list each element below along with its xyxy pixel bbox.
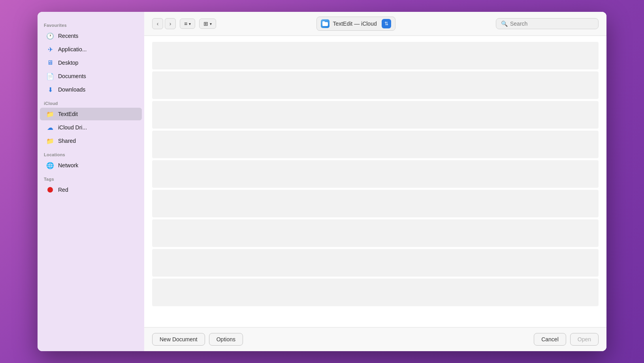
sidebar-network-label: Network: [58, 162, 78, 168]
desktop-icon: 🖥: [46, 59, 54, 67]
open-button[interactable]: Open: [570, 333, 599, 346]
grid-view-button[interactable]: ⊞ ▾: [199, 19, 216, 29]
applications-icon: ✈: [46, 45, 54, 53]
tag-red-icon: [46, 186, 54, 194]
sidebar-item-textedit[interactable]: 📁 TextEdit: [40, 108, 142, 120]
sidebar-item-tag-red[interactable]: Red: [40, 183, 142, 196]
downloads-icon: ⬇: [46, 86, 54, 94]
sidebar-downloads-label: Downloads: [58, 86, 85, 93]
file-row[interactable]: [152, 101, 599, 129]
sidebar-red-tag-label: Red: [58, 187, 68, 193]
location-bar: TextEdit — iCloud ⇅: [220, 17, 492, 31]
textedit-folder-icon: 📁: [46, 110, 54, 118]
location-text: TextEdit — iCloud: [333, 21, 377, 27]
list-view-button[interactable]: ≡ ▾: [180, 19, 195, 29]
sidebar-icloud-drive-label: iCloud Dri...: [58, 124, 87, 131]
open-dialog: Favourites 🕐 Recents ✈ Applicatio... 🖥 D…: [38, 12, 606, 351]
dialog-content: Favourites 🕐 Recents ✈ Applicatio... 🖥 D…: [38, 12, 606, 351]
sidebar-item-downloads[interactable]: ⬇ Downloads: [40, 83, 142, 96]
file-row[interactable]: [152, 160, 599, 188]
grid-view-icon: ⊞: [203, 21, 208, 27]
sidebar-item-network[interactable]: 🌐 Network: [40, 159, 142, 172]
sidebar-item-documents[interactable]: 📄 Documents: [40, 70, 142, 82]
file-row[interactable]: [152, 190, 599, 217]
icloud-drive-icon: ☁: [46, 123, 54, 131]
search-bar[interactable]: 🔍: [496, 18, 599, 29]
forward-button[interactable]: ›: [165, 18, 176, 29]
back-icon: ‹: [157, 21, 159, 27]
file-row[interactable]: [152, 219, 599, 247]
sidebar-shared-label: Shared: [58, 138, 76, 144]
location-chevron-button[interactable]: ⇅: [382, 19, 391, 28]
location-pill[interactable]: TextEdit — iCloud ⇅: [316, 17, 395, 31]
file-list: [144, 36, 606, 327]
sidebar-desktop-label: Desktop: [58, 60, 78, 66]
documents-icon: 📄: [46, 72, 54, 80]
file-row[interactable]: [152, 131, 599, 158]
search-input[interactable]: [510, 21, 593, 27]
network-icon: 🌐: [46, 161, 54, 169]
sidebar-item-shared[interactable]: 📁 Shared: [40, 135, 142, 147]
sidebar-item-recents[interactable]: 🕐 Recents: [40, 30, 142, 42]
options-button[interactable]: Options: [209, 333, 243, 346]
shared-icon: 📁: [46, 137, 54, 145]
sidebar-documents-label: Documents: [58, 73, 86, 79]
sidebar: Favourites 🕐 Recents ✈ Applicatio... 🖥 D…: [38, 12, 144, 351]
cancel-button[interactable]: Cancel: [534, 333, 566, 346]
sidebar-applications-label: Applicatio...: [58, 46, 87, 52]
file-row[interactable]: [152, 249, 599, 277]
toolbar: ‹ › ≡ ▾ ⊞ ▾: [144, 12, 606, 36]
file-row[interactable]: [152, 71, 599, 99]
back-button[interactable]: ‹: [152, 18, 163, 29]
sidebar-item-desktop[interactable]: 🖥 Desktop: [40, 56, 142, 69]
location-folder-icon: [321, 19, 330, 28]
locations-section-label: Locations: [38, 148, 144, 159]
nav-buttons: ‹ ›: [152, 18, 176, 29]
favourites-section-label: Favourites: [38, 18, 144, 29]
forward-icon: ›: [169, 21, 171, 27]
new-document-button[interactable]: New Document: [152, 333, 205, 346]
list-view-icon: ≡: [184, 21, 187, 27]
icloud-section-label: iCloud: [38, 96, 144, 107]
file-row[interactable]: [152, 42, 599, 69]
recents-icon: 🕐: [46, 32, 54, 40]
search-icon: 🔍: [501, 21, 508, 27]
chevron-up-down-icon: ⇅: [384, 21, 388, 26]
sidebar-recents-label: Recents: [58, 33, 78, 39]
main-area: ‹ › ≡ ▾ ⊞ ▾: [144, 12, 606, 351]
file-row[interactable]: [152, 279, 599, 306]
sidebar-item-applications[interactable]: ✈ Applicatio...: [40, 43, 142, 56]
grid-view-chevron: ▾: [210, 22, 212, 26]
sidebar-item-icloud-drive[interactable]: ☁ iCloud Dri...: [40, 121, 142, 134]
sidebar-textedit-label: TextEdit: [58, 111, 78, 117]
tags-section-label: Tags: [38, 172, 144, 183]
bottom-bar: New Document Options Cancel Open: [144, 327, 606, 351]
list-view-chevron: ▾: [189, 22, 191, 26]
